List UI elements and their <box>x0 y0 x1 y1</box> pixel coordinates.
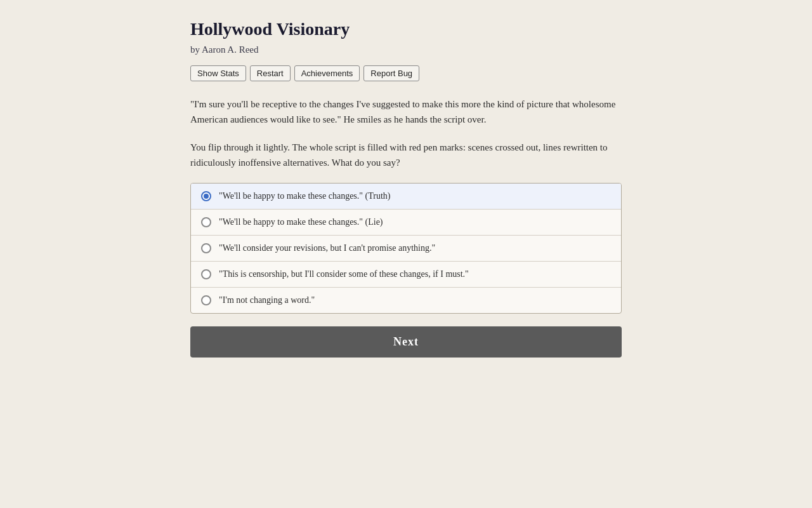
choice-label-4: "This is censorship, but I'll consider s… <box>219 269 469 279</box>
show-stats-button[interactable]: Show Stats <box>190 65 246 81</box>
choice-label-1: "We'll be happy to make these changes." … <box>219 191 390 201</box>
choice-radio-2 <box>201 217 211 227</box>
page-wrapper: Hollywood Visionary by Aaron A. Reed Sho… <box>178 0 634 377</box>
report-bug-button[interactable]: Report Bug <box>363 65 419 81</box>
choice-item[interactable]: "I'm not changing a word." <box>191 288 621 313</box>
achievements-button[interactable]: Achievements <box>294 65 360 81</box>
next-button[interactable]: Next <box>190 326 622 358</box>
choice-label-2: "We'll be happy to make these changes." … <box>219 217 383 227</box>
choice-item[interactable]: "We'll be happy to make these changes." … <box>191 184 621 210</box>
choice-item[interactable]: "We'll consider your revisions, but I ca… <box>191 236 621 262</box>
restart-button[interactable]: Restart <box>250 65 291 81</box>
choices-container: "We'll be happy to make these changes." … <box>190 183 622 314</box>
game-title: Hollywood Visionary <box>190 19 622 39</box>
choice-radio-5 <box>201 295 211 305</box>
game-author: by Aaron A. Reed <box>190 44 622 55</box>
choice-radio-4 <box>201 269 211 279</box>
narrative-paragraph-2: You flip through it lightly. The whole s… <box>190 140 622 170</box>
choice-item[interactable]: "We'll be happy to make these changes." … <box>191 210 621 236</box>
choice-radio-3 <box>201 243 211 253</box>
choice-item[interactable]: "This is censorship, but I'll consider s… <box>191 262 621 288</box>
choice-label-5: "I'm not changing a word." <box>219 295 315 305</box>
toolbar: Show Stats Restart Achievements Report B… <box>190 65 622 81</box>
narrative-paragraph-1: "I'm sure you'll be receptive to the cha… <box>190 97 622 127</box>
choice-radio-1 <box>201 191 211 201</box>
choice-label-3: "We'll consider your revisions, but I ca… <box>219 243 435 253</box>
